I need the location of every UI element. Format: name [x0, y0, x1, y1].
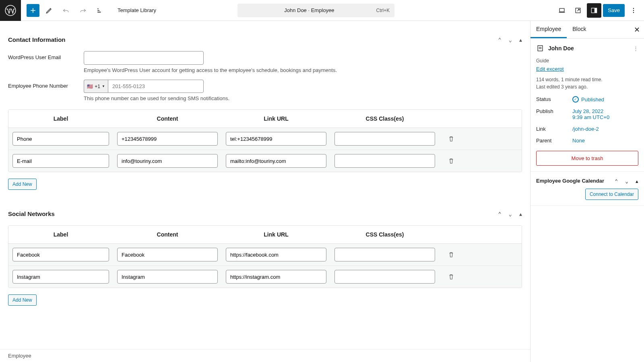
options-button[interactable]	[626, 3, 641, 18]
trash-icon	[448, 273, 455, 280]
doc-title: John Doe	[548, 45, 629, 51]
th-content: Content	[113, 231, 222, 238]
svg-point-0	[5, 5, 16, 16]
table-row	[8, 128, 522, 150]
th-css: CSS Class(es)	[330, 231, 439, 238]
row-content-input[interactable]	[117, 132, 218, 146]
collapse-icon[interactable]: ▴	[519, 211, 522, 217]
social-heading: Social Networks	[8, 210, 498, 217]
contact-section: Contact Information ⌃ ⌄ ▴ WordPress User…	[0, 21, 530, 194]
close-sidebar-button[interactable]: ✕	[634, 25, 640, 34]
chevron-down-icon: ▼	[102, 84, 105, 88]
undo-icon	[62, 6, 70, 14]
redo-button[interactable]	[76, 3, 90, 18]
social-add-new-button[interactable]: Add New	[8, 294, 37, 306]
edit-mode-button[interactable]	[42, 3, 56, 18]
status-label: Status	[536, 96, 572, 103]
move-down-icon[interactable]: ⌄	[509, 211, 512, 217]
delete-row-button[interactable]	[439, 251, 463, 258]
sidebar-icon	[590, 6, 598, 14]
edit-excerpt-link[interactable]: Edit excerpt	[536, 66, 638, 72]
link-label: Link	[536, 126, 572, 132]
permalink-value[interactable]: /john-doe-2	[572, 126, 638, 132]
view-button[interactable]	[555, 3, 569, 18]
phone-input[interactable]	[108, 80, 204, 93]
svg-rect-4	[594, 8, 597, 13]
move-up-icon[interactable]: ⌃	[498, 211, 501, 217]
top-toolbar: Template Library John Doe · Employee Ctr…	[0, 0, 644, 21]
row-label-input[interactable]	[12, 132, 109, 146]
th-css: CSS Class(es)	[330, 115, 439, 122]
move-up-icon[interactable]: ⌃	[615, 178, 618, 184]
tab-employee[interactable]: Employee	[530, 21, 567, 38]
phone-label: Employee Phone Number	[8, 80, 84, 89]
undo-button[interactable]	[59, 3, 73, 18]
trash-icon	[448, 135, 455, 142]
collapse-icon[interactable]: ▴	[519, 37, 522, 43]
row-label-input[interactable]	[12, 270, 109, 284]
preview-button[interactable]	[571, 3, 585, 18]
delete-row-button[interactable]	[439, 157, 463, 165]
laptop-icon	[558, 6, 566, 14]
template-library-link[interactable]: Template Library	[118, 7, 156, 13]
document-overview-button[interactable]	[93, 3, 107, 18]
move-to-trash-button[interactable]: Move to trash	[536, 151, 638, 166]
move-down-icon[interactable]: ⌄	[509, 37, 512, 43]
connect-calendar-button[interactable]: Connect to Calendar	[585, 189, 638, 200]
collapse-icon[interactable]: ▴	[636, 178, 638, 184]
row-url-input[interactable]	[226, 270, 326, 284]
publish-value[interactable]: July 28, 2022 9:39 am UTC+0	[572, 108, 638, 120]
row-css-input[interactable]	[334, 270, 435, 284]
row-css-input[interactable]	[334, 154, 435, 168]
phone-prefix: +1	[95, 84, 100, 89]
page-icon	[536, 44, 544, 52]
document-title-bar[interactable]: John Doe · Employee Ctrl+K	[237, 4, 394, 17]
svg-rect-8	[538, 45, 543, 51]
add-block-button[interactable]	[27, 4, 39, 17]
row-css-input[interactable]	[334, 132, 435, 146]
tab-block[interactable]: Block	[567, 21, 592, 38]
document-title-text: John Doe · Employee	[242, 7, 376, 13]
svg-point-5	[633, 8, 634, 9]
svg-point-6	[633, 10, 634, 11]
move-up-icon[interactable]: ⌃	[498, 37, 501, 43]
save-button[interactable]: Save	[603, 4, 625, 17]
row-url-input[interactable]	[226, 132, 326, 146]
kebab-icon	[630, 6, 638, 14]
row-css-input[interactable]	[334, 248, 435, 261]
row-label-input[interactable]	[12, 248, 109, 261]
row-content-input[interactable]	[117, 270, 218, 284]
row-url-input[interactable]	[226, 154, 326, 168]
doc-more-button[interactable]: ⋮	[633, 45, 638, 51]
last-edited: Last edited 3 years ago.	[536, 83, 638, 90]
row-content-input[interactable]	[117, 154, 218, 168]
delete-row-button[interactable]	[439, 273, 463, 280]
list-icon	[96, 6, 104, 14]
move-down-icon[interactable]: ⌄	[625, 178, 628, 184]
row-content-input[interactable]	[117, 248, 218, 261]
row-url-input[interactable]	[226, 248, 326, 261]
check-circle-icon	[572, 96, 579, 103]
title-shortcut: Ctrl+K	[376, 8, 390, 13]
editor-canvas: Contact Information ⌃ ⌄ ▴ WordPress User…	[0, 21, 530, 362]
pencil-icon	[45, 6, 53, 14]
contact-add-new-button[interactable]: Add New	[8, 179, 37, 190]
row-label-input[interactable]	[12, 154, 109, 168]
sidebar-toggle-button[interactable]	[587, 3, 601, 18]
th-url: Link URL	[222, 115, 330, 122]
wp-email-input[interactable]	[84, 51, 204, 65]
delete-row-button[interactable]	[439, 135, 463, 142]
table-row	[8, 150, 522, 172]
parent-value[interactable]: None	[572, 138, 638, 144]
phone-country-selector[interactable]: 🇺🇸 +1 ▼	[84, 80, 108, 93]
table-row	[8, 266, 522, 288]
wp-email-help: Employee's WordPress User account for ge…	[84, 67, 522, 73]
svg-point-7	[633, 12, 634, 13]
status-value[interactable]: Published	[572, 96, 638, 103]
wp-logo-button[interactable]	[0, 0, 21, 21]
social-section: Social Networks ⌃ ⌄ ▴ Label Content Link…	[0, 202, 530, 310]
breadcrumb[interactable]: Employee	[0, 349, 530, 362]
th-label: Label	[8, 115, 113, 122]
th-url: Link URL	[222, 231, 330, 238]
contact-heading: Contact Information	[8, 36, 498, 43]
